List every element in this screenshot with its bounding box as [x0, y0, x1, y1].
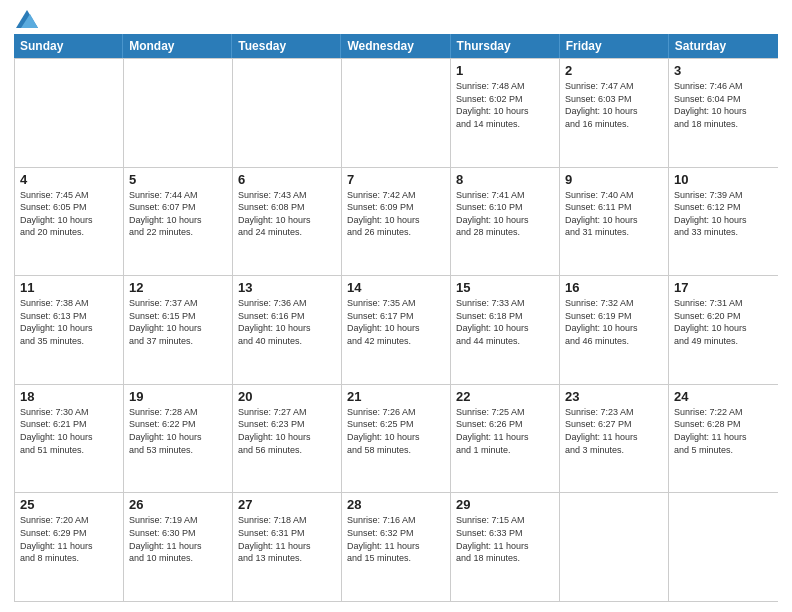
- day-number: 12: [129, 280, 227, 295]
- day-info: Sunrise: 7:33 AM Sunset: 6:18 PM Dayligh…: [456, 297, 554, 347]
- day-info: Sunrise: 7:41 AM Sunset: 6:10 PM Dayligh…: [456, 189, 554, 239]
- day-info: Sunrise: 7:23 AM Sunset: 6:27 PM Dayligh…: [565, 406, 663, 456]
- calendar-cell: [124, 59, 233, 167]
- day-number: 29: [456, 497, 554, 512]
- day-number: 4: [20, 172, 118, 187]
- calendar-cell: 5Sunrise: 7:44 AM Sunset: 6:07 PM Daylig…: [124, 168, 233, 276]
- day-info: Sunrise: 7:39 AM Sunset: 6:12 PM Dayligh…: [674, 189, 773, 239]
- header-cell-wednesday: Wednesday: [341, 34, 450, 58]
- day-number: 2: [565, 63, 663, 78]
- calendar-cell: 14Sunrise: 7:35 AM Sunset: 6:17 PM Dayli…: [342, 276, 451, 384]
- day-info: Sunrise: 7:22 AM Sunset: 6:28 PM Dayligh…: [674, 406, 773, 456]
- calendar-cell: 9Sunrise: 7:40 AM Sunset: 6:11 PM Daylig…: [560, 168, 669, 276]
- day-number: 6: [238, 172, 336, 187]
- day-info: Sunrise: 7:36 AM Sunset: 6:16 PM Dayligh…: [238, 297, 336, 347]
- day-number: 26: [129, 497, 227, 512]
- day-number: 1: [456, 63, 554, 78]
- day-number: 9: [565, 172, 663, 187]
- calendar-cell: 6Sunrise: 7:43 AM Sunset: 6:08 PM Daylig…: [233, 168, 342, 276]
- header-cell-sunday: Sunday: [14, 34, 123, 58]
- day-number: 5: [129, 172, 227, 187]
- calendar-cell: 26Sunrise: 7:19 AM Sunset: 6:30 PM Dayli…: [124, 493, 233, 601]
- calendar-cell: 15Sunrise: 7:33 AM Sunset: 6:18 PM Dayli…: [451, 276, 560, 384]
- day-info: Sunrise: 7:28 AM Sunset: 6:22 PM Dayligh…: [129, 406, 227, 456]
- header-cell-monday: Monday: [123, 34, 232, 58]
- calendar-cell: 20Sunrise: 7:27 AM Sunset: 6:23 PM Dayli…: [233, 385, 342, 493]
- calendar-cell: 17Sunrise: 7:31 AM Sunset: 6:20 PM Dayli…: [669, 276, 778, 384]
- day-number: 10: [674, 172, 773, 187]
- calendar-cell: 23Sunrise: 7:23 AM Sunset: 6:27 PM Dayli…: [560, 385, 669, 493]
- header-cell-saturday: Saturday: [669, 34, 778, 58]
- calendar-cell: 18Sunrise: 7:30 AM Sunset: 6:21 PM Dayli…: [15, 385, 124, 493]
- day-info: Sunrise: 7:46 AM Sunset: 6:04 PM Dayligh…: [674, 80, 773, 130]
- calendar: SundayMondayTuesdayWednesdayThursdayFrid…: [14, 34, 778, 602]
- calendar-cell: 12Sunrise: 7:37 AM Sunset: 6:15 PM Dayli…: [124, 276, 233, 384]
- day-number: 8: [456, 172, 554, 187]
- header-cell-friday: Friday: [560, 34, 669, 58]
- calendar-cell: 10Sunrise: 7:39 AM Sunset: 6:12 PM Dayli…: [669, 168, 778, 276]
- calendar-cell: 7Sunrise: 7:42 AM Sunset: 6:09 PM Daylig…: [342, 168, 451, 276]
- calendar-cell: 13Sunrise: 7:36 AM Sunset: 6:16 PM Dayli…: [233, 276, 342, 384]
- day-info: Sunrise: 7:42 AM Sunset: 6:09 PM Dayligh…: [347, 189, 445, 239]
- calendar-cell: 28Sunrise: 7:16 AM Sunset: 6:32 PM Dayli…: [342, 493, 451, 601]
- day-number: 24: [674, 389, 773, 404]
- day-number: 15: [456, 280, 554, 295]
- calendar-header: SundayMondayTuesdayWednesdayThursdayFrid…: [14, 34, 778, 58]
- calendar-cell: 3Sunrise: 7:46 AM Sunset: 6:04 PM Daylig…: [669, 59, 778, 167]
- day-number: 20: [238, 389, 336, 404]
- calendar-cell: 19Sunrise: 7:28 AM Sunset: 6:22 PM Dayli…: [124, 385, 233, 493]
- day-number: 23: [565, 389, 663, 404]
- calendar-cell: [560, 493, 669, 601]
- day-info: Sunrise: 7:25 AM Sunset: 6:26 PM Dayligh…: [456, 406, 554, 456]
- calendar-cell: 8Sunrise: 7:41 AM Sunset: 6:10 PM Daylig…: [451, 168, 560, 276]
- day-info: Sunrise: 7:37 AM Sunset: 6:15 PM Dayligh…: [129, 297, 227, 347]
- day-info: Sunrise: 7:20 AM Sunset: 6:29 PM Dayligh…: [20, 514, 118, 564]
- day-number: 11: [20, 280, 118, 295]
- logo: [14, 10, 38, 28]
- calendar-cell: 2Sunrise: 7:47 AM Sunset: 6:03 PM Daylig…: [560, 59, 669, 167]
- day-number: 17: [674, 280, 773, 295]
- header: [14, 10, 778, 28]
- day-info: Sunrise: 7:19 AM Sunset: 6:30 PM Dayligh…: [129, 514, 227, 564]
- page: SundayMondayTuesdayWednesdayThursdayFrid…: [0, 0, 792, 612]
- calendar-cell: [233, 59, 342, 167]
- calendar-cell: 29Sunrise: 7:15 AM Sunset: 6:33 PM Dayli…: [451, 493, 560, 601]
- calendar-cell: 22Sunrise: 7:25 AM Sunset: 6:26 PM Dayli…: [451, 385, 560, 493]
- day-info: Sunrise: 7:44 AM Sunset: 6:07 PM Dayligh…: [129, 189, 227, 239]
- day-info: Sunrise: 7:38 AM Sunset: 6:13 PM Dayligh…: [20, 297, 118, 347]
- day-info: Sunrise: 7:26 AM Sunset: 6:25 PM Dayligh…: [347, 406, 445, 456]
- day-info: Sunrise: 7:43 AM Sunset: 6:08 PM Dayligh…: [238, 189, 336, 239]
- day-info: Sunrise: 7:18 AM Sunset: 6:31 PM Dayligh…: [238, 514, 336, 564]
- header-cell-tuesday: Tuesday: [232, 34, 341, 58]
- calendar-cell: 16Sunrise: 7:32 AM Sunset: 6:19 PM Dayli…: [560, 276, 669, 384]
- day-number: 21: [347, 389, 445, 404]
- calendar-body: 1Sunrise: 7:48 AM Sunset: 6:02 PM Daylig…: [14, 58, 778, 602]
- day-number: 28: [347, 497, 445, 512]
- day-number: 25: [20, 497, 118, 512]
- day-info: Sunrise: 7:31 AM Sunset: 6:20 PM Dayligh…: [674, 297, 773, 347]
- day-number: 14: [347, 280, 445, 295]
- calendar-cell: 24Sunrise: 7:22 AM Sunset: 6:28 PM Dayli…: [669, 385, 778, 493]
- calendar-cell: 27Sunrise: 7:18 AM Sunset: 6:31 PM Dayli…: [233, 493, 342, 601]
- calendar-cell: [15, 59, 124, 167]
- logo-icon: [16, 10, 38, 28]
- day-number: 3: [674, 63, 773, 78]
- calendar-row-4: 18Sunrise: 7:30 AM Sunset: 6:21 PM Dayli…: [15, 384, 778, 493]
- day-number: 16: [565, 280, 663, 295]
- day-info: Sunrise: 7:40 AM Sunset: 6:11 PM Dayligh…: [565, 189, 663, 239]
- calendar-cell: 4Sunrise: 7:45 AM Sunset: 6:05 PM Daylig…: [15, 168, 124, 276]
- calendar-row-2: 4Sunrise: 7:45 AM Sunset: 6:05 PM Daylig…: [15, 167, 778, 276]
- day-info: Sunrise: 7:45 AM Sunset: 6:05 PM Dayligh…: [20, 189, 118, 239]
- day-number: 19: [129, 389, 227, 404]
- day-info: Sunrise: 7:47 AM Sunset: 6:03 PM Dayligh…: [565, 80, 663, 130]
- day-info: Sunrise: 7:16 AM Sunset: 6:32 PM Dayligh…: [347, 514, 445, 564]
- day-number: 22: [456, 389, 554, 404]
- calendar-cell: 11Sunrise: 7:38 AM Sunset: 6:13 PM Dayli…: [15, 276, 124, 384]
- day-info: Sunrise: 7:35 AM Sunset: 6:17 PM Dayligh…: [347, 297, 445, 347]
- calendar-cell: 1Sunrise: 7:48 AM Sunset: 6:02 PM Daylig…: [451, 59, 560, 167]
- calendar-cell: [342, 59, 451, 167]
- calendar-row-5: 25Sunrise: 7:20 AM Sunset: 6:29 PM Dayli…: [15, 492, 778, 601]
- calendar-cell: 21Sunrise: 7:26 AM Sunset: 6:25 PM Dayli…: [342, 385, 451, 493]
- day-info: Sunrise: 7:32 AM Sunset: 6:19 PM Dayligh…: [565, 297, 663, 347]
- calendar-row-3: 11Sunrise: 7:38 AM Sunset: 6:13 PM Dayli…: [15, 275, 778, 384]
